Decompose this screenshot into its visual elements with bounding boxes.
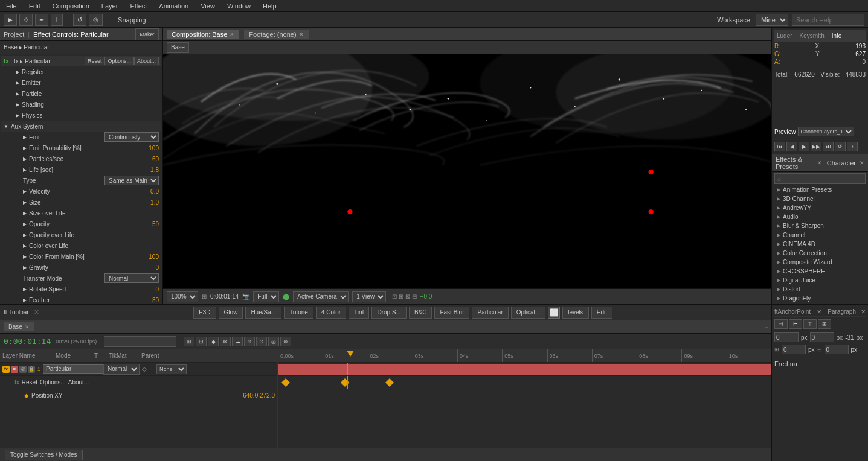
effects-distort[interactable]: ▶ Distort: [772, 285, 868, 294]
timeline-collapse[interactable]: –: [765, 324, 768, 330]
tl-btn-5[interactable]: ☁: [232, 337, 243, 346]
goto-start-btn[interactable]: ⏮: [774, 142, 785, 151]
footage-tab[interactable]: Footage: (none) ✕: [244, 30, 308, 39]
px-input-1[interactable]: [774, 332, 799, 342]
ft-btn-optical[interactable]: Optical...: [511, 307, 545, 319]
ec-emit[interactable]: ▶ Emit Continously: [1, 132, 161, 142]
ec-opacity-over-life[interactable]: ▶ Opacity over Life: [1, 229, 161, 240]
toggle-switches-btn[interactable]: Toggle Switches / Modes: [5, 450, 83, 460]
keyframe-2s[interactable]: [385, 378, 394, 387]
ec-emit-dropdown[interactable]: Continously: [104, 132, 159, 142]
ft-btn-4color[interactable]: 4 Color: [316, 307, 346, 319]
effects-composite-wizard[interactable]: ▶ Composite Wizard: [772, 258, 868, 267]
ft-btn-hue[interactable]: Hue/Sa...: [245, 307, 281, 319]
menu-file[interactable]: File: [4, 1, 19, 11]
camera-select[interactable]: Active Camera: [293, 291, 349, 302]
ec-particle[interactable]: ▶ Particle: [1, 88, 161, 99]
align-left-btn[interactable]: ⊣: [774, 319, 788, 329]
ec-emit-prob[interactable]: ▶ Emit Probability [%] 100: [1, 142, 161, 153]
layer-color-icon[interactable]: ■: [11, 366, 18, 373]
tl-btn-1[interactable]: ⊞: [184, 337, 194, 346]
effect-controls-tab[interactable]: Effect Controls: Particular: [33, 31, 109, 38]
align-right-btn[interactable]: ⊤: [803, 319, 817, 329]
ec-color-from-main[interactable]: ▶ Color From Main [%] 100: [1, 251, 161, 262]
ec-aux-system[interactable]: ▼ Aux System: [1, 121, 161, 132]
effects-cinema4d[interactable]: ▶ CINEMA 4D: [772, 240, 868, 249]
track-area[interactable]: 0:00s 01s 02s 03s 04s 05s 06s 07s 08s 09…: [278, 349, 771, 448]
toolbar-rotate-tool[interactable]: ↺: [73, 14, 86, 26]
ec-feather[interactable]: ▶ Feather 30: [1, 294, 161, 304]
toolbar-text-tool[interactable]: T: [51, 14, 63, 26]
menu-effect[interactable]: Effect: [127, 1, 149, 11]
ft-btn-particular[interactable]: Particular: [472, 307, 508, 319]
ft-btn-tint[interactable]: Tint: [349, 307, 369, 319]
effects-channel[interactable]: ▶ Channel: [772, 230, 868, 240]
ec-color-over-life[interactable]: ▶ Color over Life: [1, 240, 161, 251]
effects-crossphere[interactable]: ▶ CROSSPHERE: [772, 267, 868, 276]
keysmith-tab[interactable]: Keysmith: [800, 33, 825, 39]
layer-lock-icon[interactable]: 🔒: [28, 366, 35, 373]
comp-viewport[interactable]: [163, 54, 771, 288]
ft-btn-drops[interactable]: Drop S...: [371, 307, 406, 319]
tl-btn-3[interactable]: ◆: [208, 337, 219, 346]
workspace-select[interactable]: Mine: [756, 14, 788, 26]
effects-search-input[interactable]: [774, 173, 866, 184]
layer-parent-select[interactable]: None: [156, 364, 187, 374]
menu-animation[interactable]: Animation: [156, 1, 191, 11]
toolbar-select-tool[interactable]: ⊹: [19, 14, 33, 26]
views-select[interactable]: 1 View: [352, 291, 386, 302]
layer-solo-icon[interactable]: ◎: [19, 366, 27, 373]
ec-gravity[interactable]: ▶ Gravity 0: [1, 262, 161, 273]
ft-btn-fastblur[interactable]: Fast Blur: [434, 307, 469, 319]
ec-life[interactable]: ▶ Life [sec] 1.8: [1, 164, 161, 175]
ft-btn-bc[interactable]: B&C: [409, 307, 432, 319]
effects-animation-presets[interactable]: ▶ Animation Presets: [772, 185, 868, 194]
ft-btn-glow[interactable]: Glow: [219, 307, 243, 319]
ec-rotate-speed[interactable]: ▶ Rotate Speed 0: [1, 284, 161, 294]
menu-window[interactable]: Window: [225, 1, 253, 11]
toolbar-pen-tool[interactable]: ✒: [35, 14, 48, 26]
ft-btn-tritone[interactable]: Tritone: [284, 307, 313, 319]
effects-3d-channel[interactable]: ▶ 3D Channel: [772, 194, 868, 203]
ft-btn-edit[interactable]: Edit: [591, 307, 612, 319]
zoom-select[interactable]: 100%: [167, 291, 198, 302]
position-value[interactable]: 640.0,272.0: [243, 392, 275, 399]
toolbar-arrow-tool[interactable]: ▶: [4, 14, 17, 26]
tl-btn-2[interactable]: ⊟: [196, 337, 207, 346]
ft-icon-btn[interactable]: ⬜: [548, 307, 560, 319]
effects-color-correction[interactable]: ▶ Color Correction: [772, 249, 868, 258]
ec-transfer-mode[interactable]: Transfer Mode Normal: [1, 273, 161, 284]
effects-blur-sharpen[interactable]: ▶ Blur & Sharpen: [772, 221, 868, 230]
layer-name-input[interactable]: Particular: [43, 364, 103, 374]
project-tab[interactable]: Project: [4, 31, 24, 38]
menu-layer[interactable]: Layer: [99, 1, 121, 11]
align-center-btn[interactable]: ⊢: [789, 319, 802, 329]
info-tab[interactable]: Info: [832, 33, 842, 39]
effects-dragonfly[interactable]: ▶ DragonFly: [772, 294, 868, 303]
px-input-4[interactable]: [825, 345, 849, 354]
align-justify-btn[interactable]: ⊞: [818, 319, 831, 329]
ec-shading[interactable]: ▶ Shading: [1, 99, 161, 110]
ec-transfer-mode-dropdown[interactable]: Normal: [104, 273, 159, 283]
tl-btn-9[interactable]: ⊛: [280, 337, 291, 346]
layer-mode-select[interactable]: Normal: [103, 364, 140, 375]
tl-btn-6[interactable]: ⊕: [244, 337, 255, 346]
tl-btn-8[interactable]: ◎: [268, 337, 279, 346]
px-input-3[interactable]: [782, 345, 806, 354]
loop-btn[interactable]: ↺: [835, 142, 846, 151]
inner-base-tab[interactable]: Base: [167, 42, 189, 53]
character-tab[interactable]: Character: [827, 159, 856, 167]
layer-bar[interactable]: [278, 364, 771, 375]
keyframe-start[interactable]: [281, 378, 290, 387]
ec-emitter[interactable]: ▶ Emitter: [1, 77, 161, 88]
quality-select[interactable]: Full: [253, 291, 279, 302]
layer-row-particular[interactable]: fx ■ ◎ 🔒 1 Particular Normal ◇ None: [0, 363, 277, 376]
audio-btn[interactable]: ♪: [847, 142, 858, 151]
ec-size-over-life[interactable]: ▶ Size over Life: [1, 208, 161, 218]
effect-title-row[interactable]: fx fx ▸ Particular Reset Options... Abou…: [1, 56, 161, 66]
ec-type[interactable]: Type Same as Main: [1, 175, 161, 186]
menu-edit[interactable]: Edit: [27, 1, 43, 11]
effects-andrewyy[interactable]: ▶ AndrewYY: [772, 203, 868, 212]
ft-btn-e3d[interactable]: E3D: [193, 307, 216, 319]
make-btn[interactable]: Make:: [135, 28, 159, 40]
